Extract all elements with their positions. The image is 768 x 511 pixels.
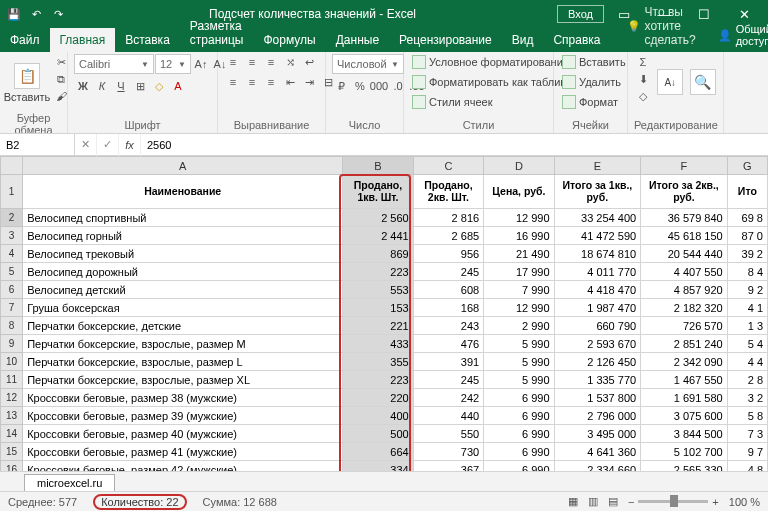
cell[interactable]: 2 851 240 — [641, 335, 728, 353]
cell[interactable]: Кроссовки беговые, размер 42 (мужские) — [23, 461, 343, 472]
header-cell[interactable]: Итого за 1кв., руб. — [554, 175, 641, 209]
cell[interactable]: 243 — [413, 317, 483, 335]
cell[interactable]: 550 — [413, 425, 483, 443]
row-header-14[interactable]: 14 — [1, 425, 23, 443]
cell[interactable]: 20 544 440 — [641, 245, 728, 263]
tab-Главная[interactable]: Главная — [50, 28, 116, 52]
cell[interactable]: 45 618 150 — [641, 227, 728, 245]
cell[interactable]: 5 4 — [727, 335, 767, 353]
cell[interactable]: 500 — [343, 425, 413, 443]
cell[interactable]: 956 — [413, 245, 483, 263]
cell[interactable]: Перчатки боксерские, детские — [23, 317, 343, 335]
format-table-button[interactable]: Форматировать как таблицу — [410, 74, 574, 90]
grow-font-icon[interactable]: A↑ — [192, 56, 210, 72]
tab-Файл[interactable]: Файл — [0, 28, 50, 52]
sort-filter-button[interactable]: A↓ — [656, 54, 685, 112]
orient-icon[interactable]: ⤭ — [281, 54, 299, 70]
cell[interactable]: Перчатки боксерские, взрослые, размер L — [23, 353, 343, 371]
cell[interactable]: 8 4 — [727, 263, 767, 281]
sheet-tab[interactable]: microexcel.ru — [24, 474, 115, 491]
worksheet[interactable]: ABCDEFG1НаименованиеПродано, 1кв. Шт.Про… — [0, 156, 768, 471]
view-break-icon[interactable]: ▤ — [608, 495, 618, 508]
zoom-slider[interactable]: −+ — [628, 496, 719, 508]
cancel-fx-icon[interactable]: ✕ — [75, 134, 97, 156]
row-header-4[interactable]: 4 — [1, 245, 23, 263]
autosum-icon[interactable]: Σ — [634, 54, 652, 70]
share-button[interactable]: 👤Общий доступ — [706, 18, 768, 52]
cell[interactable]: Велосипед спортивный — [23, 209, 343, 227]
cell[interactable]: 36 579 840 — [641, 209, 728, 227]
cell[interactable]: 9 2 — [727, 281, 767, 299]
tab-Данные[interactable]: Данные — [326, 28, 389, 52]
cell[interactable]: 660 790 — [554, 317, 641, 335]
align-mid-icon[interactable]: ≡ — [243, 54, 261, 70]
cell[interactable]: 168 — [413, 299, 483, 317]
cell[interactable]: 6 990 — [484, 461, 554, 472]
cell[interactable]: 2 560 — [343, 209, 413, 227]
col-header-D[interactable]: D — [484, 157, 554, 175]
cell[interactable]: 39 2 — [727, 245, 767, 263]
cell[interactable]: 2 990 — [484, 317, 554, 335]
cell[interactable]: 9 7 — [727, 443, 767, 461]
row-header-9[interactable]: 9 — [1, 335, 23, 353]
bold-icon[interactable]: Ж — [74, 78, 92, 94]
border-icon[interactable]: ⊞ — [131, 78, 149, 94]
cell[interactable]: 33 254 400 — [554, 209, 641, 227]
cell[interactable]: 41 472 590 — [554, 227, 641, 245]
cell[interactable]: 2 565 330 — [641, 461, 728, 472]
cell[interactable]: 6 990 — [484, 425, 554, 443]
col-header-C[interactable]: C — [413, 157, 483, 175]
percent-icon[interactable]: % — [351, 78, 369, 94]
col-header-B[interactable]: B — [343, 157, 413, 175]
cell[interactable]: 245 — [413, 263, 483, 281]
cell[interactable]: Кроссовки беговые, размер 39 (мужские) — [23, 407, 343, 425]
indent-inc-icon[interactable]: ⇥ — [300, 74, 318, 90]
row-header-8[interactable]: 8 — [1, 317, 23, 335]
italic-icon[interactable]: К — [93, 78, 111, 94]
font-color-icon[interactable]: A — [169, 78, 187, 94]
col-header-G[interactable]: G — [727, 157, 767, 175]
currency-icon[interactable]: ₽ — [332, 78, 350, 94]
cell[interactable]: 1 537 800 — [554, 389, 641, 407]
cell[interactable]: 3 495 000 — [554, 425, 641, 443]
cell[interactable]: 1 691 580 — [641, 389, 728, 407]
fill-icon[interactable]: ◇ — [150, 78, 168, 94]
cell[interactable]: 223 — [343, 263, 413, 281]
cell[interactable]: Кроссовки беговые, размер 41 (мужские) — [23, 443, 343, 461]
cell[interactable]: 3 2 — [727, 389, 767, 407]
cell[interactable]: 1 3 — [727, 317, 767, 335]
row-header-1[interactable]: 1 — [1, 175, 23, 209]
row-header-11[interactable]: 11 — [1, 371, 23, 389]
underline-icon[interactable]: Ч — [112, 78, 130, 94]
cell[interactable]: Велосипед горный — [23, 227, 343, 245]
cell[interactable]: 2 126 450 — [554, 353, 641, 371]
cond-format-button[interactable]: Условное форматирование — [410, 54, 571, 70]
cell[interactable]: 5 990 — [484, 353, 554, 371]
delete-cells-button[interactable]: Удалить — [560, 74, 623, 90]
cell[interactable]: 433 — [343, 335, 413, 353]
cell[interactable]: 1 987 470 — [554, 299, 641, 317]
clear-icon[interactable]: ◇ — [634, 88, 652, 104]
enter-fx-icon[interactable]: ✓ — [97, 134, 119, 156]
cell[interactable]: 869 — [343, 245, 413, 263]
cell[interactable]: 334 — [343, 461, 413, 472]
number-format[interactable]: Числовой▼ — [332, 54, 404, 74]
name-box[interactable]: B2 — [0, 134, 75, 156]
cell[interactable]: 4 857 920 — [641, 281, 728, 299]
cell[interactable]: 2 342 090 — [641, 353, 728, 371]
cell[interactable]: 391 — [413, 353, 483, 371]
row-header-16[interactable]: 16 — [1, 461, 23, 472]
cell[interactable]: 69 8 — [727, 209, 767, 227]
font-size[interactable]: 12▼ — [155, 54, 191, 74]
col-header-E[interactable]: E — [554, 157, 641, 175]
cell[interactable]: 1 335 770 — [554, 371, 641, 389]
cell[interactable]: Кроссовки беговые, размер 40 (мужские) — [23, 425, 343, 443]
format-cells-button[interactable]: Формат — [560, 94, 620, 110]
align-right-icon[interactable]: ≡ — [262, 74, 280, 90]
paste-button[interactable]: 📋Вставить — [6, 54, 48, 112]
cell[interactable]: 2 8 — [727, 371, 767, 389]
header-cell[interactable]: Цена, руб. — [484, 175, 554, 209]
align-center-icon[interactable]: ≡ — [243, 74, 261, 90]
cell[interactable]: 2 593 670 — [554, 335, 641, 353]
tab-Справка[interactable]: Справка — [543, 28, 610, 52]
